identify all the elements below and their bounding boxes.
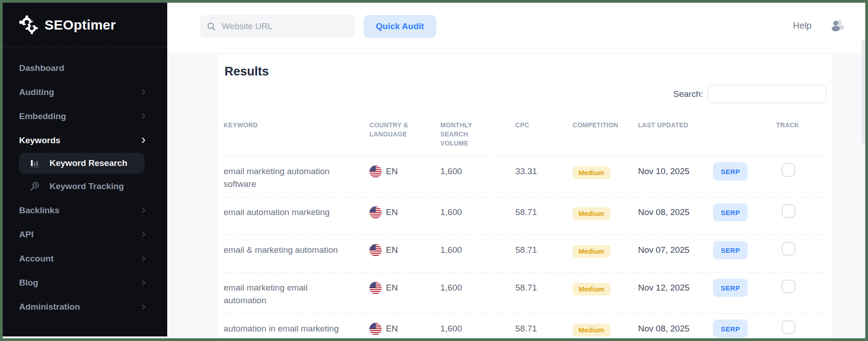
last-updated-cell: Nov 10, 2025: [638, 165, 713, 178]
sidebar-item-keyword-research[interactable]: Keyword Research: [19, 153, 145, 174]
keyword-cell: automation in email marketing: [224, 322, 342, 335]
chevron-right-icon: [140, 113, 147, 120]
table-search-row: Search:: [224, 85, 826, 103]
chevron-right-icon: [140, 207, 147, 214]
track-cell: [776, 244, 826, 256]
sidebar-item-label: Administration: [19, 302, 80, 312]
competition-cell: Medium: [573, 244, 638, 258]
us-flag-icon: [369, 244, 382, 256]
column-header-track: TRACK: [776, 120, 826, 130]
bar-chart-icon: [30, 158, 40, 169]
sidebar-item-label: Embedding: [19, 111, 66, 121]
serp-button[interactable]: SERP: [713, 203, 748, 221]
sidebar: SEOptimer Dashboard Auditing Embedding K…: [3, 3, 167, 336]
cpc-cell: 33.31: [515, 165, 573, 178]
track-checkbox[interactable]: [782, 204, 795, 218]
track-checkbox[interactable]: [782, 321, 795, 334]
keyword-cell: email marketing email automation: [224, 281, 342, 307]
volume-cell: 1,600: [440, 322, 515, 335]
language-code: EN: [386, 165, 398, 178]
language-code: EN: [386, 206, 398, 219]
sidebar-item-account[interactable]: Account: [3, 246, 167, 271]
chevron-right-icon: [140, 279, 147, 286]
competition-badge: Medium: [573, 283, 610, 296]
sidebar-item-embedding[interactable]: Embedding: [3, 104, 167, 128]
cpc-cell: 58.71: [515, 281, 573, 294]
sidebar-subitem-label: Keyword Research: [50, 158, 127, 168]
sidebar-nav: Dashboard Auditing Embedding Keywords: [3, 47, 167, 319]
language-code: EN: [386, 244, 398, 256]
competition-cell: Medium: [573, 281, 638, 296]
serp-cell: SERP: [713, 281, 776, 297]
track-cell: [776, 322, 826, 334]
chevron-right-icon: [140, 303, 147, 311]
us-flag-icon: [369, 165, 382, 178]
track-checkbox[interactable]: [782, 163, 795, 177]
sidebar-item-keywords[interactable]: Keywords: [3, 128, 167, 152]
table-row: automation in email marketing EN 1,600 5…: [224, 313, 826, 341]
website-url-input[interactable]: [222, 21, 349, 31]
column-header-country-language: COUNTRY & LANGUAGE: [369, 120, 415, 139]
keyword-cell: email & marketing automation: [224, 244, 342, 256]
country-cell: EN: [369, 322, 440, 335]
table-row: email marketing email automation EN 1,60…: [224, 272, 826, 313]
table-search-input[interactable]: [708, 85, 826, 103]
volume-cell: 1,600: [440, 244, 515, 256]
serp-button[interactable]: SERP: [713, 279, 748, 297]
country-cell: EN: [369, 165, 440, 178]
brand-name: SEOptimer: [45, 17, 116, 33]
track-cell: [776, 206, 826, 218]
column-header-last-updated: LAST UPDATED: [638, 120, 713, 130]
search-icon: [206, 21, 216, 31]
quick-audit-button[interactable]: Quick Audit: [364, 15, 436, 38]
sidebar-item-label: Blog: [19, 278, 38, 288]
sidebar-subitem-label: Keyword Tracking: [50, 181, 124, 191]
serp-button[interactable]: SERP: [713, 320, 748, 338]
table-row: email & marketing automation EN 1,600 58…: [224, 235, 826, 272]
seoptimer-gears-logo-icon: [18, 14, 40, 36]
country-cell: EN: [369, 206, 440, 219]
sidebar-item-blog[interactable]: Blog: [3, 271, 167, 295]
track-cell: [776, 165, 826, 177]
cpc-cell: 58.71: [515, 206, 573, 219]
main-area: Quick Audit Help Results Search:: [167, 3, 865, 338]
sidebar-item-label: API: [19, 230, 34, 240]
us-flag-icon: [369, 206, 382, 219]
track-checkbox[interactable]: [782, 242, 795, 256]
sidebar-item-administration[interactable]: Administration: [3, 295, 167, 319]
magnifier-icon: [30, 181, 40, 192]
language-code: EN: [386, 322, 398, 335]
cpc-cell: 58.71: [515, 322, 573, 335]
help-link[interactable]: Help: [793, 20, 812, 31]
website-url-searchbox: [200, 15, 355, 38]
track-checkbox[interactable]: [782, 280, 795, 293]
sidebar-item-dashboard[interactable]: Dashboard: [3, 56, 167, 80]
last-updated-cell: Nov 12, 2025: [638, 281, 713, 294]
scrollbar[interactable]: [862, 39, 865, 144]
sidebar-item-keyword-tracking[interactable]: Keyword Tracking: [3, 175, 167, 198]
competition-cell: Medium: [573, 165, 638, 179]
table-row: email marketing automation software EN 1…: [224, 156, 826, 197]
logo[interactable]: SEOptimer: [3, 3, 167, 47]
sidebar-item-label: Auditing: [19, 87, 54, 97]
serp-button[interactable]: SERP: [713, 241, 748, 259]
serp-cell: SERP: [713, 206, 776, 221]
serp-button[interactable]: SERP: [713, 162, 748, 181]
language-code: EN: [386, 281, 398, 294]
page-title: Results: [224, 65, 826, 79]
keyword-cell: email marketing automation software: [224, 165, 342, 191]
competition-badge: Medium: [573, 166, 610, 179]
table-row: email automation marketing EN 1,600 58.7…: [224, 197, 826, 235]
sidebar-item-backlinks[interactable]: Backlinks: [3, 198, 167, 222]
results-card: Results Search: KEYWORD COUNTRY & LANGUA…: [217, 54, 833, 341]
sidebar-item-api[interactable]: API: [3, 222, 167, 246]
us-flag-icon: [369, 282, 382, 294]
competition-badge: Medium: [573, 324, 610, 336]
last-updated-cell: Nov 07, 2025: [638, 244, 713, 256]
serp-cell: SERP: [713, 165, 776, 181]
sidebar-item-auditing[interactable]: Auditing: [3, 80, 167, 104]
users-icon[interactable]: [830, 19, 845, 32]
last-updated-cell: Nov 08, 2025: [638, 206, 713, 219]
serp-cell: SERP: [713, 244, 776, 259]
serp-cell: SERP: [713, 322, 776, 338]
